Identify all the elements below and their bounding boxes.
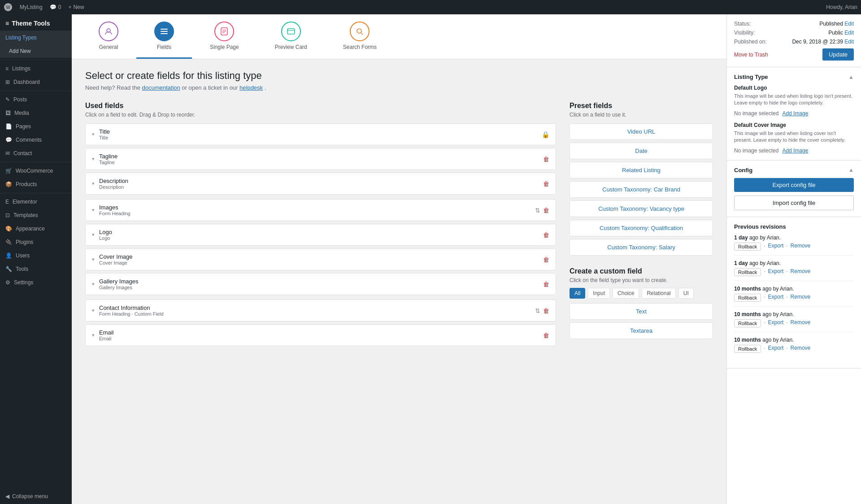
- preset-fields-subtitle: Click on a field to use it.: [570, 112, 713, 118]
- revision-0-rollback[interactable]: Rollback: [734, 243, 761, 251]
- preset-taxonomy-car-brand[interactable]: Custom Taxonomy: Car Brand: [570, 181, 713, 198]
- doc-link[interactable]: documentation: [142, 84, 180, 91]
- field-item-logo[interactable]: ▾ Logo Logo 🗑: [85, 224, 556, 246]
- tab-fields[interactable]: Fields: [136, 14, 192, 59]
- delete-button-contact-info[interactable]: 🗑: [543, 307, 549, 314]
- revision-0-export[interactable]: Export: [768, 243, 784, 251]
- revision-1-time: 1 day ago by Arian.: [734, 260, 854, 266]
- sidebar-item-pages[interactable]: 📄 Pages: [0, 120, 72, 133]
- preset-date[interactable]: Date: [570, 143, 713, 159]
- field-item-tagline[interactable]: ▾ Tagline Tagline 🗑: [85, 148, 556, 170]
- sidebar-item-comments[interactable]: 💬 Comments: [0, 133, 72, 147]
- delete-button-description[interactable]: 🗑: [543, 180, 549, 187]
- revision-4-sep2: ·: [786, 345, 787, 353]
- sidebar-item-listings[interactable]: ≡ Listings: [0, 62, 72, 75]
- revision-2-remove[interactable]: Remove: [791, 294, 811, 302]
- field-item-description[interactable]: ▾ Description Description 🗑: [85, 173, 556, 195]
- sidebar-item-add-new[interactable]: Add New: [0, 44, 72, 58]
- revision-1-export[interactable]: Export: [768, 268, 784, 276]
- field-item-title[interactable]: ▾ Title Title 🔒: [85, 123, 556, 145]
- custom-field-text[interactable]: Text: [570, 303, 713, 320]
- comments-item[interactable]: 💬 0: [50, 4, 61, 10]
- filter-tab-choice[interactable]: Choice: [613, 288, 639, 299]
- sidebar-item-products[interactable]: 📦 Products: [0, 178, 72, 191]
- delete-button-gallery-images[interactable]: 🗑: [543, 281, 549, 288]
- revision-4-rollback[interactable]: Rollback: [734, 345, 761, 353]
- field-item-email[interactable]: ▾ Email Email 🗑: [85, 324, 556, 346]
- sidebar-item-templates[interactable]: ⊡ Templates: [0, 209, 72, 222]
- delete-button-images[interactable]: 🗑: [543, 207, 549, 214]
- preset-taxonomy-qualification[interactable]: Custom Taxonomy: Qualification: [570, 220, 713, 236]
- sidebar-item-settings[interactable]: ⚙ Settings: [0, 276, 72, 289]
- sidebar-item-contact[interactable]: ✉ Contact: [0, 147, 72, 160]
- move-to-trash-link[interactable]: Move to Trash: [734, 52, 768, 58]
- field-item-contact-info[interactable]: ▾ Contact Information Form Heading · Cus…: [85, 300, 556, 322]
- revision-1-remove[interactable]: Remove: [791, 268, 811, 276]
- filter-tab-input[interactable]: Input: [588, 288, 610, 299]
- tab-search-forms[interactable]: Search Forms: [325, 14, 395, 59]
- status-edit[interactable]: Edit: [844, 21, 854, 27]
- filter-tab-relational[interactable]: Relational: [642, 288, 675, 299]
- revision-1-rollback[interactable]: Rollback: [734, 268, 761, 276]
- fields-tab-label: Fields: [157, 44, 171, 50]
- move-button-contact-info[interactable]: ⇅: [535, 307, 540, 314]
- filter-tab-ui[interactable]: UI: [678, 288, 694, 299]
- sidebar-item-woocommerce[interactable]: 🛒 WooCommerce: [0, 164, 72, 178]
- sidebar-item-plugins[interactable]: 🔌 Plugins: [0, 235, 72, 249]
- wp-logo-item[interactable]: W: [4, 3, 13, 12]
- collapse-menu-button[interactable]: ◀ Collapse menu: [0, 489, 72, 504]
- update-button[interactable]: Update: [822, 48, 854, 61]
- tab-single-page[interactable]: Single Page: [192, 14, 257, 59]
- config-title: Config: [734, 167, 752, 174]
- helpdesk-link[interactable]: helpdesk: [239, 84, 263, 91]
- listing-type-chevron[interactable]: ▲: [848, 74, 854, 80]
- export-config-button[interactable]: Export config file: [734, 178, 854, 192]
- default-cover-add-image-button[interactable]: Add Image: [782, 148, 808, 154]
- default-logo-add-image-button[interactable]: Add Image: [782, 110, 808, 117]
- revision-3-export[interactable]: Export: [768, 319, 784, 327]
- field-item-images[interactable]: ▾ Images Form Heading ⇅ 🗑: [85, 199, 556, 221]
- revision-2-sep1: ·: [764, 294, 765, 302]
- preset-video-url[interactable]: Video URL: [570, 123, 713, 140]
- preset-taxonomy-vacancy-type[interactable]: Custom Taxonomy: Vacancy type: [570, 200, 713, 217]
- delete-button-tagline[interactable]: 🗑: [543, 156, 549, 163]
- tab-preview-card[interactable]: Preview Card: [257, 14, 325, 59]
- delete-button-email[interactable]: 🗑: [543, 332, 549, 339]
- import-config-button[interactable]: Import config file: [734, 196, 854, 210]
- sidebar-item-media[interactable]: 🖼 Media: [0, 106, 72, 120]
- sidebar-item-posts[interactable]: ✎ Posts: [0, 93, 72, 106]
- revision-2-export[interactable]: Export: [768, 294, 784, 302]
- sidebar-item-dashboard[interactable]: ⊞ Dashboard: [0, 75, 72, 89]
- sidebar-item-users[interactable]: 👤 Users: [0, 249, 72, 262]
- field-item-gallery-images[interactable]: ▾ Gallery Images Gallery Images 🗑: [85, 273, 556, 295]
- custom-field-textarea[interactable]: Textarea: [570, 322, 713, 339]
- published-edit[interactable]: Edit: [844, 39, 854, 45]
- delete-button-cover-image[interactable]: 🗑: [543, 256, 549, 263]
- revision-3-remove[interactable]: Remove: [791, 319, 811, 327]
- publish-section: Status: Published Edit Visibility: Publi…: [727, 14, 861, 67]
- revision-0-remove[interactable]: Remove: [791, 243, 811, 251]
- visibility-edit[interactable]: Edit: [844, 30, 854, 36]
- revision-4-remove[interactable]: Remove: [791, 345, 811, 353]
- preset-taxonomy-salary[interactable]: Custom Taxonomy: Salary: [570, 239, 713, 256]
- field-item-cover-image[interactable]: ▾ Cover Image Cover Image 🗑: [85, 248, 556, 270]
- sidebar-item-tools[interactable]: 🔧 Tools: [0, 262, 72, 276]
- move-button-images[interactable]: ⇅: [535, 207, 540, 214]
- sidebar-item-listing-types[interactable]: Listing Types: [0, 31, 72, 44]
- revision-2-rollback[interactable]: Rollback: [734, 294, 761, 302]
- revision-4-export[interactable]: Export: [768, 345, 784, 353]
- woocommerce-icon: 🛒: [5, 168, 12, 174]
- sidebar-item-appearance[interactable]: 🎨 Appearance: [0, 222, 72, 235]
- site-name-item[interactable]: MyListing: [20, 4, 43, 10]
- delete-button-logo[interactable]: 🗑: [543, 231, 549, 239]
- sidebar-item-elementor[interactable]: E Elementor: [0, 195, 72, 209]
- tab-general[interactable]: General: [81, 14, 136, 59]
- revision-3-rollback[interactable]: Rollback: [734, 319, 761, 327]
- field-actions-description: 🗑: [543, 180, 549, 187]
- field-name-images: Images: [99, 204, 531, 211]
- filter-tab-all[interactable]: All: [570, 288, 585, 299]
- revisions-title: Previous revisions: [734, 223, 786, 230]
- preset-related-listing[interactable]: Related Listing: [570, 162, 713, 178]
- config-chevron[interactable]: ▲: [848, 167, 854, 173]
- new-item[interactable]: + New: [68, 4, 84, 10]
